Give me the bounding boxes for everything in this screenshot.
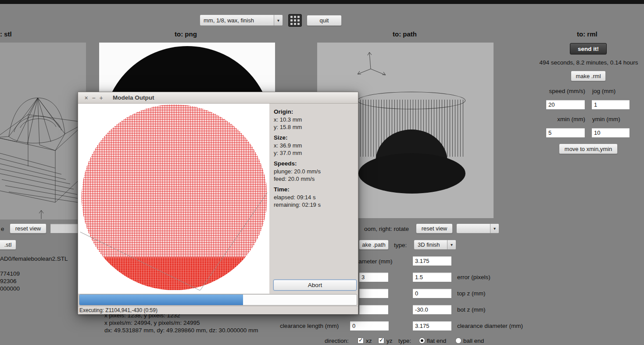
ball-end-label: ball end (463, 338, 484, 344)
error-input[interactable] (412, 272, 452, 282)
axis-arrow-icon (37, 208, 46, 219)
preset-dropdown[interactable]: mm, 1/8, wax, finish (200, 14, 283, 26)
size-header: Size: (274, 134, 359, 142)
flat-end-radio[interactable] (419, 338, 425, 344)
grid-dot (290, 23, 293, 25)
preset-dropdown-label: mm, 1/8, wax, finish (200, 15, 274, 25)
xmin-input[interactable] (546, 128, 585, 138)
stl-wireframe (0, 43, 86, 219)
hidden-left-input[interactable] (359, 305, 389, 315)
maximize-icon[interactable]: + (97, 92, 105, 104)
png-resolution-info: x pixels/m: 24994, y pixels/m: 24995 (104, 320, 200, 326)
header-rml: to: rml (577, 30, 597, 38)
clearance-length-label: clearance length (mm) (280, 323, 339, 329)
chevron-down-icon (490, 224, 499, 233)
direction-yz-checkbox[interactable] (378, 338, 384, 344)
make-rml-button[interactable]: make .rml (571, 71, 606, 81)
ymin-input[interactable] (591, 128, 630, 138)
stl-stat: 774109 (0, 270, 20, 277)
speed-input[interactable] (546, 100, 585, 110)
end-type-label: type: (398, 338, 411, 344)
hidden-left-input[interactable] (359, 288, 389, 298)
size-x: x: 36.9 mm (274, 142, 359, 149)
bot-z-input[interactable] (412, 305, 452, 315)
top-z-input[interactable] (412, 288, 452, 298)
grid-dot (297, 16, 300, 18)
time-header: Time: (274, 186, 359, 194)
axes-icon (351, 49, 393, 79)
origin-header: Origin: (274, 108, 359, 116)
ball-end-radio[interactable] (455, 338, 462, 344)
grid-dot (297, 19, 300, 22)
path-type-label: type: (394, 242, 407, 248)
header-stl: : stl (0, 30, 12, 38)
png-dimensions-info: dx: 49.531887 mm, dy: 49.289860 mm, dz: … (104, 327, 258, 334)
elapsed-time: elapsed: 09:14 s (274, 194, 359, 201)
hidden-left-input[interactable] (359, 272, 389, 282)
path-view-dropdown[interactable] (456, 223, 499, 234)
grid-icon[interactable] (288, 14, 302, 27)
path-type-dropdown[interactable]: 3D finish (414, 240, 456, 250)
grid-dot (290, 19, 293, 22)
stl-hint-fragment: e (1, 226, 4, 232)
stl-file-path: AD0/femaleboolean2.STL (0, 255, 68, 262)
load-stl-button[interactable]: .stl (0, 240, 16, 250)
grid-dot (294, 19, 296, 22)
abort-button[interactable]: Abort (273, 280, 357, 291)
progress-bar (79, 294, 357, 305)
origin-x: x: 10.3 mm (274, 116, 359, 123)
toolpath-canvas (78, 104, 269, 294)
job-info: Origin: x: 10.3 mm y: 15.8 mm Size: x: 3… (269, 104, 359, 294)
grid-dot (297, 23, 300, 25)
clearance-length-input[interactable] (350, 321, 389, 331)
stl-view-panel[interactable] (0, 43, 86, 219)
grid-dot (294, 23, 296, 25)
direction-yz-label: yz (386, 338, 393, 344)
chevron-down-icon (447, 240, 456, 249)
top-z-label: top z (mm) (457, 290, 486, 297)
feed-speed: feed: 20.0 mm/s (274, 175, 359, 183)
flat-end-label: flat end (427, 338, 446, 344)
toolpath-dish (358, 153, 465, 194)
direction-xz-checkbox[interactable] (358, 338, 364, 344)
clearance-diameter-input[interactable] (412, 321, 452, 331)
speeds-header: Speeds: (274, 160, 359, 168)
clearance-diameter-label: clearance diameter (mm) (457, 323, 523, 329)
stl-reset-view-button[interactable]: reset view (10, 223, 47, 234)
jog-label: jog (mm) (592, 88, 615, 94)
speed-label: speed (mm/s) (546, 88, 585, 94)
dialog-titlebar[interactable]: × − + Modela Output (78, 92, 358, 104)
stl-stat: 92306 (0, 278, 17, 284)
header-png: to: png (175, 30, 197, 38)
path-view-dropdown-label (457, 224, 490, 233)
top-edge-bar (0, 0, 644, 4)
path-reset-view-button[interactable]: reset view (416, 223, 453, 234)
toolpath-circle (82, 104, 267, 290)
chevron-down-icon (274, 15, 283, 25)
progress-fill (79, 295, 243, 305)
close-icon[interactable]: × (82, 92, 90, 104)
error-label: error (pixels) (457, 274, 490, 280)
origin-y: y: 15.8 mm (274, 123, 359, 131)
grid-dot (290, 16, 293, 18)
ymin-label: ymin (mm) (592, 116, 620, 122)
quit-button[interactable]: quit (307, 15, 342, 26)
size-y: y: 37.0 mm (274, 149, 359, 157)
header-path: to: path (393, 30, 417, 38)
tool-diameter-input[interactable] (412, 256, 452, 266)
send-it-button[interactable]: send it! (570, 43, 607, 54)
grid-dot (294, 16, 296, 18)
path-hint-fragment: oom, right: rotate (364, 226, 409, 232)
xmin-label: xmin (mm) (546, 116, 585, 122)
plunge-speed: plunge: 20.0 mm/s (274, 168, 359, 175)
move-to-xmin-ymin-button[interactable]: move to xmin,ymin (559, 144, 618, 154)
jog-input[interactable] (591, 100, 630, 110)
path-type-dropdown-label: 3D finish (414, 240, 447, 249)
dialog-title: Modela Output (113, 94, 154, 101)
minimize-icon[interactable]: − (90, 92, 97, 104)
direction-label: direction: (325, 338, 349, 344)
make-path-button[interactable]: ake .path (359, 240, 389, 250)
bot-z-label: bot z (mm) (457, 306, 486, 313)
direction-xz-label: xz (366, 338, 372, 344)
modela-output-dialog[interactable]: × − + Modela Output Origin: x: 10.3 mm y… (78, 92, 358, 314)
